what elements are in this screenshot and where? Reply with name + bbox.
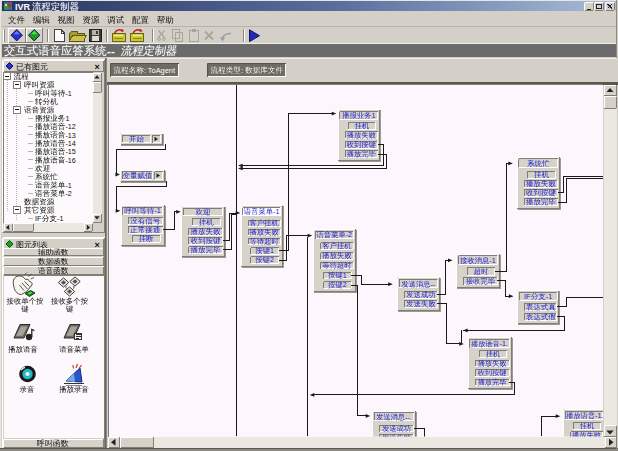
svg-text:IF: IF bbox=[35, 214, 42, 223]
svg-text:-1.: -1. bbox=[595, 412, 603, 419]
svg-text:2: 2 bbox=[343, 281, 347, 288]
svg-text:1: 1 bbox=[270, 247, 274, 254]
svg-text:-1: -1 bbox=[489, 257, 495, 264]
svg-text:--: -- bbox=[431, 281, 436, 288]
svg-text:-16: -16 bbox=[65, 156, 75, 165]
svg-text:×: × bbox=[95, 62, 100, 72]
svg-text:2: 2 bbox=[270, 256, 274, 263]
svg-text:-1: -1 bbox=[65, 89, 71, 98]
svg-text:-1: -1 bbox=[154, 206, 160, 215]
svg-text:-2: -2 bbox=[346, 231, 352, 238]
svg-text:-1.: -1. bbox=[500, 340, 508, 347]
svg-text:: ToAgent: : ToAgent bbox=[144, 66, 175, 75]
svg-text:1: 1 bbox=[343, 272, 347, 279]
svg-text:1: 1 bbox=[371, 112, 375, 119]
svg-text:IF: IF bbox=[524, 292, 531, 301]
svg-text:-1: -1 bbox=[57, 214, 63, 223]
svg-text:--.: --. bbox=[405, 414, 412, 421]
svg-text:-1: -1 bbox=[273, 208, 279, 215]
svg-text:-1: -1 bbox=[546, 292, 552, 301]
svg-text:IVR: IVR bbox=[15, 2, 31, 12]
svg-text:-2: -2 bbox=[65, 189, 71, 198]
svg-text::: : bbox=[241, 66, 243, 75]
svg-text:--: -- bbox=[107, 45, 115, 57]
